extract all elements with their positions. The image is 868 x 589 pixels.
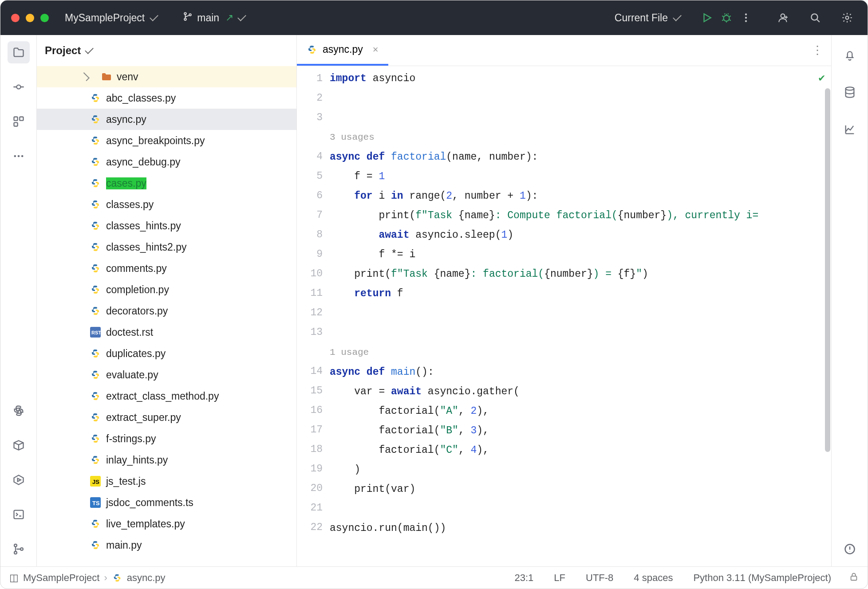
sciview-tool-icon[interactable] — [839, 118, 861, 141]
tree-file-live_templates-py[interactable]: live_templates.py — [37, 513, 296, 534]
tree-file-f-strings-py[interactable]: f-strings.py — [37, 428, 296, 449]
tree-file-async_breakpoints-py[interactable]: async_breakpoints.py — [37, 130, 296, 151]
packages-tool-icon[interactable] — [8, 434, 30, 456]
inspection-ok-icon[interactable]: ✔ — [819, 69, 825, 88]
vcs-tool-icon[interactable] — [8, 538, 30, 560]
tree-file-classes-py[interactable]: classes.py — [37, 194, 296, 215]
python-console-icon[interactable] — [8, 400, 30, 422]
indent[interactable]: 4 spaces — [626, 572, 681, 584]
py-file-icon — [90, 242, 101, 252]
tree-item-label: main.py — [106, 539, 142, 551]
branch-dropdown[interactable]: main ↗ — [183, 12, 246, 24]
titlebar: MySampleProject main ↗ Current File — [0, 0, 868, 35]
py-file-icon — [90, 369, 101, 380]
project-panel: Project venv abc_classes.py async.py asy… — [37, 35, 297, 566]
svg-point-17 — [21, 155, 23, 157]
tab-label: async.py — [323, 43, 363, 55]
notifications-icon[interactable] — [839, 44, 861, 66]
search-icon[interactable] — [805, 8, 825, 27]
encoding[interactable]: UTF-8 — [578, 572, 621, 584]
svg-rect-32 — [851, 576, 857, 580]
caret-position[interactable]: 23:1 — [507, 572, 542, 584]
code-area[interactable]: 12345678910111213141516171819202122 impo… — [297, 66, 831, 566]
code-content[interactable]: import asyncio 3 usages async def factor… — [330, 66, 831, 566]
py-file-icon — [90, 306, 101, 316]
tree-item-label: comments.py — [106, 263, 167, 275]
project-dropdown[interactable]: MySampleProject — [65, 12, 158, 24]
project-panel-title: Project — [45, 44, 81, 57]
problems-tool-icon[interactable] — [839, 538, 861, 560]
tree-file-js_test-js[interactable]: JS js_test.js — [37, 471, 296, 492]
svg-point-9 — [811, 14, 817, 20]
tree-file-abc_classes-py[interactable]: abc_classes.py — [37, 87, 296, 109]
tree-item-label: cases.py — [106, 177, 146, 189]
database-tool-icon[interactable] — [839, 81, 861, 103]
tree-file-inlay_hints-py[interactable]: inlay_hints.py — [37, 449, 296, 471]
tab-async[interactable]: async.py × — [297, 35, 388, 66]
tree-file-extract_class_method-py[interactable]: extract_class_method.py — [37, 385, 296, 407]
editor-tabs: async.py × ⋮ — [297, 35, 831, 66]
breadcrumb-project-label: MySampleProject — [23, 572, 99, 584]
chevron-down-icon — [85, 45, 94, 54]
tree-file-decorators-py[interactable]: decorators.py — [37, 300, 296, 322]
tree-file-classes_hints-py[interactable]: classes_hints.py — [37, 215, 296, 236]
svg-rect-20 — [14, 510, 23, 519]
run-config-dropdown[interactable]: Current File — [615, 12, 681, 24]
breadcrumb-file-label: async.py — [127, 572, 166, 584]
tab-actions-icon[interactable]: ⋮ — [812, 35, 831, 66]
gutter: 12345678910111213141516171819202122 — [297, 66, 330, 566]
tree-file-doctest-rst[interactable]: RST doctest.rst — [37, 322, 296, 343]
more-tools-icon[interactable] — [8, 145, 30, 167]
run-button[interactable] — [697, 8, 717, 27]
scrollbar-thumb[interactable] — [825, 88, 830, 452]
tree-file-comments-py[interactable]: comments.py — [37, 258, 296, 279]
tree-file-jsdoc_comments-ts[interactable]: TS jsdoc_comments.ts — [37, 492, 296, 513]
py-file-icon — [90, 540, 101, 550]
more-actions-icon[interactable] — [736, 8, 756, 27]
nav-bar-toggle-icon[interactable]: ◫ — [9, 572, 19, 584]
terminal-tool-icon[interactable] — [8, 503, 30, 526]
breadcrumb-project[interactable]: MySampleProject — [23, 572, 99, 584]
tree-item-label: completion.py — [106, 284, 169, 296]
py-file-icon — [90, 263, 101, 274]
tree-file-async-py[interactable]: async.py — [37, 109, 296, 130]
close-window-icon[interactable] — [11, 14, 20, 22]
tree-file-completion-py[interactable]: completion.py — [37, 279, 296, 300]
line-separator[interactable]: LF — [546, 572, 573, 584]
svg-text:RST: RST — [91, 330, 101, 335]
interpreter[interactable]: Python 3.11 (MySampleProject) — [685, 572, 839, 584]
tree-file-duplicates-py[interactable]: duplicates.py — [37, 343, 296, 364]
project-tool-icon[interactable] — [8, 41, 30, 63]
project-tree[interactable]: venv abc_classes.py async.py async_break… — [37, 66, 296, 566]
tree-item-label: classes_hints2.py — [106, 241, 187, 253]
lock-icon[interactable] — [849, 572, 859, 584]
commit-tool-icon[interactable] — [8, 76, 30, 98]
push-arrow-icon: ↗ — [225, 12, 233, 24]
py-file-icon — [90, 518, 101, 529]
project-panel-header[interactable]: Project — [37, 35, 296, 66]
svg-marker-3 — [704, 14, 711, 21]
tree-file-evaluate-py[interactable]: evaluate.py — [37, 364, 296, 385]
py-file-icon — [90, 93, 101, 103]
settings-icon[interactable] — [837, 8, 857, 27]
close-tab-icon[interactable]: × — [373, 44, 379, 55]
tree-file-classes_hints2-py[interactable]: classes_hints2.py — [37, 236, 296, 258]
breadcrumb-file[interactable]: async.py — [112, 572, 166, 584]
py-file-icon — [90, 114, 101, 125]
services-tool-icon[interactable] — [8, 469, 30, 491]
tree-file-extract_super-py[interactable]: extract_super.py — [37, 407, 296, 428]
minimize-window-icon[interactable] — [26, 14, 34, 22]
py-file-icon — [90, 284, 101, 295]
tree-file-async_debug-py[interactable]: async_debug.py — [37, 151, 296, 173]
svg-point-30 — [845, 87, 854, 90]
window-controls — [11, 14, 49, 22]
tree-file-cases-py[interactable]: cases.py — [37, 173, 296, 194]
svg-rect-13 — [20, 117, 23, 121]
structure-tool-icon[interactable] — [8, 110, 30, 133]
debug-button[interactable] — [717, 8, 736, 27]
code-with-me-icon[interactable] — [773, 8, 793, 27]
svg-point-15 — [14, 155, 16, 157]
tree-file-main-py[interactable]: main.py — [37, 534, 296, 556]
tree-folder-venv[interactable]: venv — [37, 66, 296, 87]
maximize-window-icon[interactable] — [40, 14, 49, 22]
